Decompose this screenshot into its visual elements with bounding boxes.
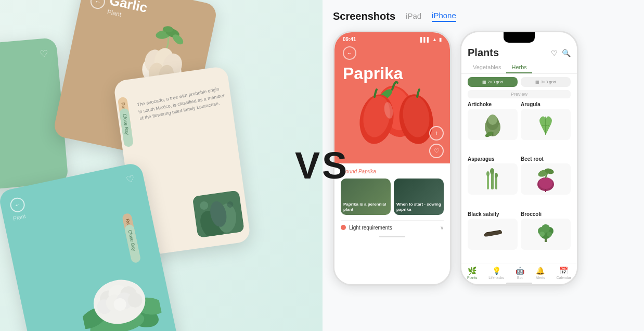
list-item[interactable]: Artichoke [468,101,518,153]
status-icons: ▌▌▌ ▲ ▮ [420,37,442,42]
plants-header-icons: ♡ 🔍 [551,49,571,57]
right-panel: Screenshots iPad iPhone 09:41 ▌▌▌ ▲ ▮ [323,0,644,331]
plants-title: Plants [468,47,499,59]
phone-paprika: 09:41 ▌▌▌ ▲ ▮ ← Paprika [333,31,452,286]
list-item[interactable]: Beet root [521,156,571,208]
plant-name-beet: Beet root [521,156,571,162]
bottom-nav: 🌿 Plants 💡 Lifehacks 🤖 Bot 🔔 Alerts [461,263,577,282]
view-toggle: ▦ 2×3 grid ▦ 3×3 grid [461,77,577,90]
plant-img-asparagus [468,163,518,195]
nav-alerts[interactable]: 🔔 Alerts [536,266,545,279]
nav-lifehacks-label: Lifehacks [488,276,504,279]
plant-name-artichoke: Artichoke [468,101,518,107]
heart-icon: ♡ [434,147,440,155]
svg-point-58 [539,232,545,237]
home-indicator-2 [506,283,532,284]
tab-ipad[interactable]: iPad [406,11,421,21]
cauliflower-title-container: Cauliflower Plant [12,213,27,222]
plants-heart-icon[interactable]: ♡ [551,49,558,57]
nav-plants-label: Plants [467,276,477,279]
plant-name-asparagus: Asparagus [468,156,518,162]
view-2x3-button[interactable]: ▦ 2×3 grid [468,77,518,87]
back-icon: ← [347,50,353,56]
paprika-screen: 09:41 ▌▌▌ ▲ ▮ ← Paprika [334,32,450,284]
plants-tabs: Vegetables Herbs [461,62,577,74]
plant-img-arugula [521,109,571,140]
around-paprika-label: around Paprika [341,169,444,174]
paprika-bottom-section: around Paprika Paprika is a perennial pl… [334,163,450,284]
plant-name-arugula: Arugula [521,101,571,107]
thumb2-label: When to start - sowing paprika [396,202,441,212]
tab-vegetables[interactable]: Vegetables [468,62,506,73]
home-indicator [379,236,405,237]
nav-calendar[interactable]: 📅 Calendar [557,266,571,279]
light-requirements-label: Light requirements [349,225,392,231]
paprika-back-button[interactable]: ← [343,46,356,60]
plant-img-artichoke [468,109,518,140]
cauliflower-image [73,256,166,331]
add-button[interactable]: + [429,126,444,141]
preview-label: Preview [468,90,571,98]
add-icon: + [434,130,438,137]
status-time: 09:41 [343,36,356,42]
svg-point-43 [490,168,494,174]
phone-plants: Plants ♡ 🔍 Vegetables Herbs ▦ 2×3 grid ▦… [460,31,578,286]
calendar-nav-icon: 📅 [559,266,568,275]
garlic-back-button[interactable]: ← [89,0,106,10]
light-dot [341,225,346,230]
paprika-action-buttons: + ♡ [429,126,444,158]
light-req-left: Light requirements [341,225,392,231]
alerts-nav-icon: 🔔 [536,266,545,275]
chevron-icon: ∨ [440,225,444,231]
nav-plants[interactable]: 🌿 Plants [467,266,477,279]
list-item[interactable]: Arugula [521,101,571,153]
svg-point-47 [495,173,498,178]
wifi-icon: ▲ [432,37,437,42]
tag-close-bay: Close Bay [119,108,134,147]
screenshots-title: Screenshots [333,10,395,22]
plant-img-broccoli [521,219,571,250]
cauliflower-subtitle: Plant [12,213,27,222]
plants-header: Plants ♡ 🔍 [461,32,577,62]
nav-bot-label: Bot [517,276,523,279]
cauliflower-back-button[interactable]: ← [9,196,26,213]
plant-img-salsify [468,219,518,250]
svg-point-49 [539,177,552,189]
lifehacks-nav-icon: 💡 [492,266,501,275]
signal-icon: ▌▌▌ [420,37,430,42]
vs-text: VS [295,144,349,187]
list-item[interactable]: Broccoli [521,211,571,263]
paprika-top-section: 09:41 ▌▌▌ ▲ ▮ ← Paprika [334,32,450,163]
plant-img-beet [521,163,571,195]
nav-calendar-label: Calendar [557,276,571,279]
plants-nav-icon: 🌿 [468,266,476,275]
favorite-button[interactable]: ♡ [429,144,444,158]
svg-point-45 [486,171,490,176]
nav-bot[interactable]: 🤖 Bot [516,266,524,279]
plants-search-icon[interactable]: 🔍 [562,49,571,57]
heart-icon: ♡ [39,47,48,59]
paprika-image [355,80,438,156]
detail-image [192,190,244,238]
thumbnail-2[interactable]: When to start - sowing paprika [394,179,444,215]
nav-alerts-label: Alerts [536,276,545,279]
battery-icon: ▮ [439,37,442,42]
view-3x3-button[interactable]: ▦ 3×3 grid [521,77,571,87]
tab-herbs[interactable]: Herbs [506,62,532,73]
status-bar: 09:41 ▌▌▌ ▲ ▮ [334,32,450,44]
tab-iphone[interactable]: iPhone [432,11,456,22]
paprika-nav: ← [334,44,450,64]
list-item[interactable]: Black salsify [468,211,518,263]
nav-lifehacks[interactable]: 💡 Lifehacks [488,266,504,279]
svg-point-59 [547,232,552,237]
list-item[interactable]: Asparagus [468,156,518,208]
bot-nav-icon: 🤖 [516,266,524,275]
cauliflower-tags: Rare Species Close Bay [110,224,152,252]
plants-grid: Artichoke Aru [461,101,577,263]
light-requirements-row[interactable]: Light requirements ∨ [341,220,444,235]
paprika-thumbnails: Paprika is a perennial plant When to sta… [341,179,444,215]
detail-description: The avocado, a tree with probable origin… [136,85,227,122]
plant-name-salsify: Black salsify [468,211,518,217]
plant-name-broccoli: Broccoli [521,211,571,217]
left-panel: ♡ cado ← Garlic Plant [0,0,323,331]
